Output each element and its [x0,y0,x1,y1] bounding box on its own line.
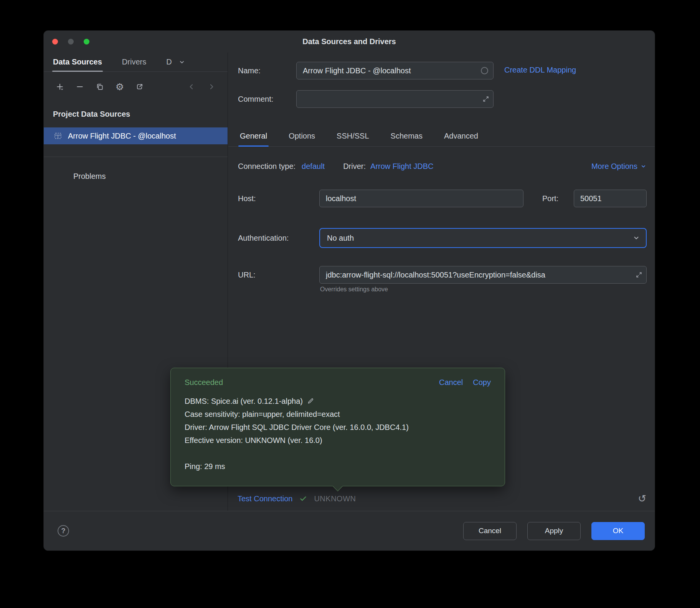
dbms-text: DBMS: Spice.ai (ver. 0.12.1-alpha) [185,395,303,408]
expand-icon[interactable] [482,95,490,103]
popup-version-line: Effective version: UNKNOWN (ver. 16.0) [185,434,491,447]
window-title: Data Sources and Drivers [302,37,396,46]
connection-type-label: Connection type: [238,162,296,171]
arrow-left-icon [188,83,195,91]
popup-header: Succeeded Cancel Copy [185,378,491,387]
remove-button[interactable] [74,81,85,92]
name-input[interactable] [297,62,493,79]
tab-advanced[interactable]: Advanced [444,126,478,146]
host-field[interactable] [319,190,523,207]
dialog-footer: ? Cancel Apply OK [44,511,655,550]
popup-links: Cancel Copy [439,378,491,387]
port-input[interactable] [574,190,646,207]
traffic-lights [52,31,89,53]
minus-icon [76,83,84,91]
name-status-ring-icon [481,67,488,74]
open-external-button[interactable] [134,81,145,92]
add-button[interactable] [54,81,65,92]
name-label: Name: [238,66,261,76]
tab-schemas[interactable]: Schemas [391,126,423,146]
help-button[interactable]: ? [58,525,69,537]
host-label: Host: [238,193,256,203]
gear-icon: ⚙ [116,82,124,92]
forward-button[interactable] [206,81,217,92]
back-button[interactable] [186,81,197,92]
chevron-down-icon [641,164,646,169]
comment-label: Comment: [238,94,273,104]
popup-status: Succeeded [185,378,223,387]
popup-case-line: Case sensitivity: plain=upper, delimited… [185,408,491,421]
plus-icon [56,83,64,91]
zoom-button[interactable] [84,39,89,45]
data-sources-dialog: Data Sources and Drivers Data Sources Dr… [43,30,655,551]
url-override-note: Overrides settings above [320,286,388,293]
sidebar-divider [44,157,228,157]
tabs-overflow-button[interactable] [179,53,185,71]
popup-ping-line: Ping: 29 ms [185,460,491,473]
tab-options[interactable]: Options [289,126,315,146]
cancel-button[interactable]: Cancel [463,522,517,540]
chevron-down-icon [633,235,640,241]
authentication-value: No auth [327,234,354,243]
test-connection-row: Test Connection UNKNOWN ↺ [228,486,655,511]
tab-drivers[interactable]: Drivers [122,53,146,71]
comment-input[interactable] [297,91,493,107]
authentication-label: Authentication: [238,233,289,243]
expand-icon[interactable] [635,271,643,279]
url-label: URL: [238,270,256,280]
pencil-icon[interactable] [307,397,314,405]
connection-type-row: Connection type: default Driver: Arrow F… [238,160,646,172]
titlebar: Data Sources and Drivers [44,31,655,53]
sidebar-item-datasource[interactable]: Arrow Flight JDBC - @localhost [44,127,228,144]
minimize-button[interactable] [68,39,74,45]
sidebar-tabs: Data Sources Drivers D [44,53,228,72]
arrow-right-icon [208,83,215,91]
datasource-icon [54,132,62,140]
port-field[interactable] [574,190,647,207]
popup-copy-link[interactable]: Copy [473,378,491,387]
tab-ssh-ssl[interactable]: SSH/SSL [337,126,369,146]
comment-field[interactable] [296,90,494,108]
datasource-label: Arrow Flight JDBC - @localhost [68,132,176,140]
driver-label: Driver: [343,162,366,171]
tab-general[interactable]: General [240,126,267,146]
help-icon: ? [61,527,66,535]
revert-icon[interactable]: ↺ [638,494,646,504]
ok-button[interactable]: OK [591,522,645,540]
external-link-icon [136,83,144,91]
create-ddl-mapping-link[interactable]: Create DDL Mapping [504,66,576,74]
history-nav [186,81,217,92]
port-label: Port: [542,193,558,203]
sidebar-item-problems[interactable]: Problems [73,172,106,181]
popup-driver-line: Driver: Arrow Flight SQL JDBC Driver Cor… [185,421,491,434]
name-field[interactable] [296,62,494,79]
apply-button[interactable]: Apply [527,522,581,540]
tab-data-sources[interactable]: Data Sources [53,53,102,71]
settings-tabs: General Options SSH/SSL Schemas Advanced [228,126,655,147]
host-input[interactable] [320,190,523,207]
connection-type-value[interactable]: default [302,162,325,171]
project-data-sources-header: Project Data Sources [53,110,130,119]
popup-dbms-line: DBMS: Spice.ai (ver. 0.12.1-alpha) [185,395,491,408]
url-input[interactable] [320,266,646,283]
url-field[interactable] [319,266,647,284]
test-status-text: UNKNOWN [314,494,356,503]
settings-button[interactable]: ⚙ [114,81,125,92]
more-options-link[interactable]: More Options [591,162,646,171]
popup-body: DBMS: Spice.ai (ver. 0.12.1-alpha) Case … [185,395,491,473]
screen: Data Sources and Drivers Data Sources Dr… [0,0,700,608]
copy-icon [96,83,104,91]
success-check-icon [299,495,307,502]
test-connection-link[interactable]: Test Connection [238,494,292,503]
authentication-select[interactable]: No auth [319,228,647,248]
popup-cancel-link[interactable]: Cancel [439,378,463,387]
sidebar-toolbar: ⚙ [44,77,228,96]
test-connection-result-popup: Succeeded Cancel Copy DBMS: Spice.ai (ve… [170,368,505,486]
duplicate-button[interactable] [94,81,105,92]
more-options-label: More Options [591,162,637,171]
driver-value-link[interactable]: Arrow Flight JDBC [370,162,433,171]
close-button[interactable] [52,39,58,45]
tab-ddl-truncated[interactable]: D [166,53,172,71]
footer-buttons: Cancel Apply OK [463,522,645,540]
chevron-down-icon [179,59,185,65]
